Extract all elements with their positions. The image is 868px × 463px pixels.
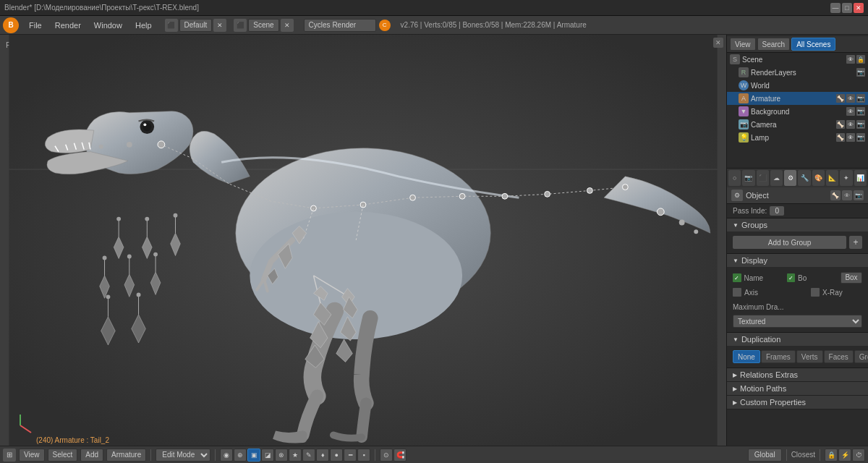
props-tab-part[interactable]: ✦ (840, 170, 852, 186)
outliner-row-camera[interactable]: 📷 Camera 🦴 👁 📷 (727, 118, 868, 131)
edit-icon[interactable]: ✎ (302, 449, 315, 462)
maximize-button[interactable]: □ (842, 3, 852, 13)
menu-render[interactable]: Render (49, 20, 87, 31)
search-button[interactable]: Search (757, 38, 791, 51)
menu-file[interactable]: File (23, 20, 48, 31)
overlay-icon[interactable]: ◪ (261, 449, 274, 462)
duplication-content: None Frames Verts Faces Group (727, 346, 868, 368)
close-button[interactable]: ✕ (854, 3, 864, 13)
lamp-bone[interactable]: 🦴 (836, 133, 845, 142)
vert-icon[interactable]: ● (330, 449, 343, 462)
edge-icon[interactable]: ━ (344, 449, 357, 462)
outliner-row-world[interactable]: W World (727, 79, 868, 92)
bottombar-view-icon[interactable]: ⊞ (3, 449, 16, 462)
duplication-header[interactable]: ▼ Duplication (727, 333, 868, 346)
cam-render[interactable]: 📷 (856, 120, 865, 129)
svg-point-67 (694, 229, 698, 234)
outliner-row-lamp[interactable]: 💡 Lamp 🦴 👁 📷 (727, 131, 868, 144)
pivot-icon[interactable]: ◉ (220, 449, 233, 462)
dup-group-button[interactable]: Group (854, 350, 868, 363)
arm-bone[interactable]: 🦴 (836, 94, 845, 103)
workspace-select[interactable]: Default (179, 19, 213, 32)
render-icon[interactable]: ⚡ (838, 449, 851, 462)
add-btn[interactable]: Add (80, 449, 103, 462)
mode-select[interactable]: Edit Mode (156, 449, 210, 462)
sculpt-icon[interactable]: ♦ (316, 449, 329, 462)
svg-point-21 (502, 193, 508, 199)
props-tab-world[interactable]: ☁ (770, 170, 783, 186)
trex-scene (0, 35, 726, 446)
add-to-group-button[interactable]: Add to Group (733, 236, 846, 249)
outliner-row-background[interactable]: ▼ Background 👁 📷 (727, 105, 868, 118)
box-select[interactable]: Box (841, 272, 862, 284)
axis-checkbox[interactable] (733, 288, 741, 297)
maxdraw-label: Maximum Dra... (733, 303, 784, 311)
proportional-icon[interactable]: ⊙ (380, 449, 393, 462)
global-display[interactable]: Global (748, 449, 782, 462)
name-checkbox[interactable]: ✓ (733, 273, 741, 282)
armature-btn[interactable]: Armature (106, 449, 146, 462)
outliner-row-renderlayers[interactable]: R RenderLayers 📷 (727, 66, 868, 79)
main-area: Front Ortho (0, 35, 868, 446)
name-label: Name (744, 274, 784, 282)
xray-icon[interactable]: ▣ (247, 449, 260, 462)
engine-select[interactable]: Cycles Render (304, 19, 376, 32)
material-icon[interactable]: ★ (289, 449, 302, 462)
select-btn[interactable]: Select (48, 449, 78, 462)
arm-eye[interactable]: 👁 (846, 94, 855, 103)
snap2-icon[interactable]: 🧲 (393, 449, 407, 462)
face-icon[interactable]: ▪ (357, 449, 370, 462)
axes-indicator (6, 411, 35, 440)
display-header[interactable]: ▼ Display (727, 254, 868, 267)
bg-render[interactable]: 📷 (856, 107, 865, 116)
groups-title: Groups (741, 221, 767, 229)
props-tab-scene[interactable]: ○ (728, 170, 741, 186)
timeline-icon[interactable]: ⏱ (852, 449, 865, 462)
lamp-render[interactable]: 📷 (856, 133, 865, 142)
groups-header[interactable]: ▼ Groups (727, 218, 868, 232)
dup-none-button[interactable]: None (733, 350, 760, 363)
dup-frames-button[interactable]: Frames (761, 350, 796, 363)
outliner-row-scene[interactable]: S Scene 👁 🔒 (727, 53, 868, 66)
add-group-plus-button[interactable]: + (849, 236, 862, 249)
dup-verts-button[interactable]: Verts (796, 350, 823, 363)
props-tab-mat[interactable]: 🎨 (812, 170, 825, 186)
arm-render[interactable]: 📷 (856, 94, 865, 103)
scene-select[interactable]: Scene (248, 19, 278, 32)
rl-camera[interactable]: 📷 (856, 68, 865, 77)
snap-icon[interactable]: ⊕ (234, 449, 247, 462)
bo-checkbox[interactable]: ✓ (787, 273, 796, 282)
scene-lock[interactable]: 🔒 (856, 55, 865, 64)
maxdraw-select[interactable]: Textured (733, 315, 862, 328)
relations-extras-section[interactable]: ▶ Relations Extras (727, 368, 868, 382)
gizmo-icon[interactable]: ⊗ (275, 449, 288, 462)
view-lock-icon[interactable]: 🔒 (825, 449, 838, 462)
menu-window[interactable]: Window (88, 20, 128, 31)
custom-properties-section[interactable]: ▶ Custom Properties (727, 396, 868, 409)
props-tab-render[interactable]: 📷 (742, 170, 754, 186)
props-tab-tex[interactable]: 📐 (826, 170, 838, 186)
obj-icon3: 📷 (854, 190, 864, 200)
minimize-button[interactable]: — (830, 3, 841, 13)
svg-point-43 (116, 217, 121, 221)
dup-faces-button[interactable]: Faces (824, 350, 854, 363)
scene-eye[interactable]: 👁 (846, 55, 855, 64)
menu-help[interactable]: Help (129, 20, 158, 31)
cam-bone[interactable]: 🦴 (836, 120, 845, 129)
bg-eye[interactable]: 👁 (846, 107, 855, 116)
props-tab-scene2[interactable]: ⬛ (757, 170, 769, 186)
xray-checkbox[interactable] (811, 288, 820, 297)
props-tab-phys[interactable]: 📊 (854, 170, 867, 186)
allscenes-button[interactable]: All Scenes (791, 38, 835, 51)
props-tab-object[interactable]: ⚙ (784, 170, 796, 186)
lamp-eye[interactable]: 👁 (846, 133, 855, 142)
view-button[interactable]: View (730, 38, 756, 51)
view-btn[interactable]: View (19, 449, 45, 462)
viewport-close[interactable]: ✕ (713, 38, 723, 48)
outliner-row-armature[interactable]: A Armature 🦴 👁 📷 (727, 92, 868, 105)
pass-index-value[interactable]: 0 (770, 206, 784, 216)
motion-paths-section[interactable]: ▶ Motion Paths (727, 382, 868, 396)
viewport[interactable]: Front Ortho (0, 35, 726, 446)
props-tab-data[interactable]: 🔧 (798, 170, 810, 186)
cam-eye[interactable]: 👁 (846, 120, 855, 129)
